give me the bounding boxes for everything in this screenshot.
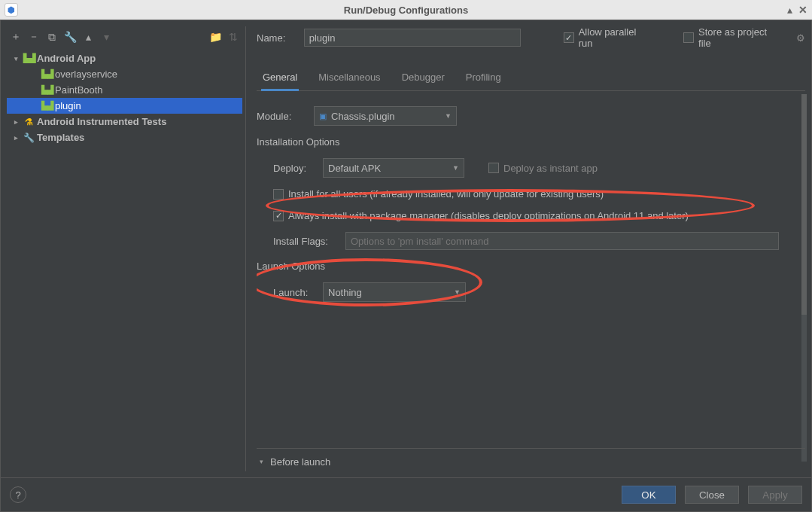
config-detail: Name: Allow parallel run Store as projec… <box>246 26 805 471</box>
window-title: Run/Debug Configurations <box>0 5 812 16</box>
config-tree[interactable]: ▾ ▙▟ Android App ▙▟ overlayservice ▙▟ Pa… <box>7 47 242 471</box>
before-launch-title: Before launch <box>270 456 330 468</box>
chevron-down-icon: ▾ <box>257 458 266 465</box>
window-titlebar: ⬢ Run/Debug Configurations ▴ ✕ <box>0 0 812 20</box>
folder-button[interactable]: 📁 <box>209 31 221 43</box>
tree-node-overlayservice[interactable]: ▙▟ overlayservice <box>7 66 242 82</box>
tree-label: Android Instrumented Tests <box>37 116 166 127</box>
checkbox-label: Install for all users (if already instal… <box>288 188 604 200</box>
check-icon <box>273 211 284 221</box>
store-as-project-checkbox[interactable]: Store as project file <box>683 26 780 49</box>
flask-icon: ⚗ <box>23 117 34 127</box>
general-panel: Module: ▣ Chassis.plugin ▼ Installation … <box>257 91 805 471</box>
tab-debugger[interactable]: Debugger <box>400 67 446 90</box>
tree-label: PaintBooth <box>55 84 103 96</box>
tree-node-templates[interactable]: ▸ 🔧 Templates <box>7 130 242 145</box>
install-all-users-checkbox[interactable]: Install for all users (if already instal… <box>273 188 604 200</box>
tab-general[interactable]: General <box>261 67 299 91</box>
android-icon: ▙▟ <box>41 101 52 111</box>
module-value: Chassis.plugin <box>331 111 395 122</box>
sort-button[interactable]: ⇅ <box>227 31 239 43</box>
tab-miscellaneous[interactable]: Miscellaneous <box>317 67 382 90</box>
window-close-icon[interactable]: ✕ <box>798 4 807 16</box>
deploy-instant-checkbox[interactable]: Deploy as instant app <box>488 163 598 174</box>
before-launch-section: ▾ Before launch ▙▟ Gradle-aware Make <box>257 448 805 471</box>
android-icon: ▙▟ <box>41 85 52 95</box>
name-label: Name: <box>257 32 290 44</box>
deploy-value: Default APK <box>328 163 381 174</box>
tree-label: overlayservice <box>55 69 117 80</box>
close-button[interactable]: Close <box>685 486 739 504</box>
chevron-down-icon: ▾ <box>11 55 20 62</box>
launch-combo[interactable]: Nothing ▼ <box>323 282 466 302</box>
move-up-button[interactable]: ▴ <box>82 31 94 43</box>
launch-value: Nothing <box>328 287 362 298</box>
chevron-right-icon: ▸ <box>11 134 20 142</box>
checkbox-label: Deploy as instant app <box>503 163 598 174</box>
app-icon: ⬢ <box>5 3 18 17</box>
module-label: Module: <box>257 111 303 122</box>
deploy-label: Deploy: <box>273 163 312 174</box>
apply-button[interactable]: Apply <box>748 486 802 504</box>
deploy-combo[interactable]: Default APK ▼ <box>323 158 464 178</box>
config-tabs: General Miscellaneous Debugger Profiling <box>257 67 805 91</box>
tree-label: Android App <box>37 53 96 64</box>
installation-options-title: Installation Options <box>257 136 805 148</box>
edit-templates-button[interactable]: 🔧 <box>64 31 76 43</box>
check-icon <box>488 163 499 173</box>
check-icon <box>273 189 284 200</box>
config-sidebar: ＋ － ⧉ 🔧 ▴ ▾ 📁 ⇅ ▾ ▙▟ Android App ▙▟ over… <box>7 26 246 471</box>
chevron-down-icon: ▼ <box>452 164 459 172</box>
chevron-right-icon: ▸ <box>11 118 20 126</box>
tree-node-paintbooth[interactable]: ▙▟ PaintBooth <box>7 82 242 98</box>
android-icon: ▙▟ <box>41 69 52 79</box>
move-down-button[interactable]: ▾ <box>100 31 112 43</box>
tree-label: Templates <box>37 132 84 143</box>
chevron-down-icon: ▼ <box>445 112 452 120</box>
dialog-footer: ? OK Close Apply <box>1 477 811 511</box>
tab-profiling[interactable]: Profiling <box>464 67 503 90</box>
checkbox-label: Store as project file <box>698 26 780 49</box>
launch-label: Launch: <box>273 287 312 298</box>
name-input[interactable] <box>304 29 521 47</box>
tree-label: plugin <box>55 100 81 111</box>
launch-options-title: Launch Options <box>257 261 805 272</box>
checkbox-label: Allow parallel run <box>579 26 651 49</box>
remove-config-button[interactable]: － <box>28 30 40 44</box>
window-minimize-icon[interactable]: ▴ <box>787 4 792 16</box>
install-flags-label: Install Flags: <box>273 236 335 247</box>
check-icon <box>564 32 574 43</box>
checkbox-label: Always install with package manager (dis… <box>288 210 689 221</box>
install-flags-input[interactable] <box>345 232 779 250</box>
help-button[interactable]: ? <box>10 486 26 503</box>
gear-icon[interactable]: ⚙ <box>796 32 805 44</box>
ok-button[interactable]: OK <box>622 486 676 504</box>
tree-node-instrumented-tests[interactable]: ▸ ⚗ Android Instrumented Tests <box>7 114 242 130</box>
wrench-icon: 🔧 <box>23 133 34 143</box>
sidebar-toolbar: ＋ － ⧉ 🔧 ▴ ▾ 📁 ⇅ <box>7 26 242 47</box>
check-icon <box>683 32 694 43</box>
module-icon: ▣ <box>319 111 327 121</box>
copy-config-button[interactable]: ⧉ <box>46 31 58 44</box>
chevron-down-icon: ▼ <box>454 288 461 296</box>
allow-parallel-checkbox[interactable]: Allow parallel run <box>564 26 651 49</box>
add-config-button[interactable]: ＋ <box>10 30 22 44</box>
dialog-body: ＋ － ⧉ 🔧 ▴ ▾ 📁 ⇅ ▾ ▙▟ Android App ▙▟ over… <box>0 20 812 512</box>
tree-node-android-app[interactable]: ▾ ▙▟ Android App <box>7 50 242 66</box>
before-launch-toggle[interactable]: ▾ Before launch <box>257 453 805 470</box>
tree-node-plugin[interactable]: ▙▟ plugin <box>7 98 242 114</box>
android-icon: ▙▟ <box>23 53 34 63</box>
module-combo[interactable]: ▣ Chassis.plugin ▼ <box>314 106 457 126</box>
always-pm-install-checkbox[interactable]: Always install with package manager (dis… <box>273 210 689 221</box>
